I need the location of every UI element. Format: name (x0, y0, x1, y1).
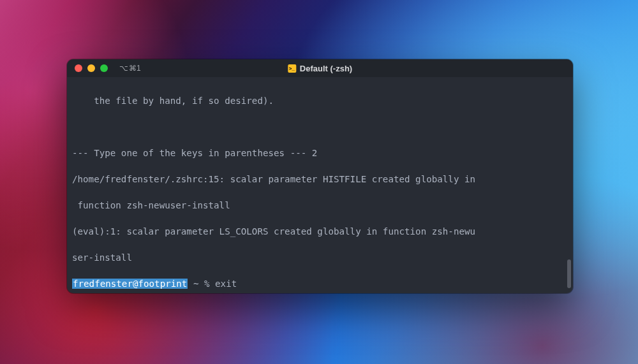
prompt-user-host: fredfenster@footprint (72, 279, 188, 289)
maximize-button[interactable] (100, 64, 108, 72)
terminal-line: fredfenster@footprint ~ % exit (72, 277, 568, 291)
terminal-line: /home/fredfenster/.zshrc:15: scalar para… (72, 173, 568, 186)
terminal-line (72, 120, 568, 134)
window-title: Default (-zsh) (300, 64, 352, 73)
terminal-line: function zsh-newuser-install (72, 199, 568, 212)
terminal-output[interactable]: the file by hand, if so desired). --- Ty… (67, 77, 573, 293)
tab-shortcut-indicator: ⌥⌘1 (119, 64, 141, 73)
window-title-group: >_ Default (-zsh) (288, 64, 352, 73)
terminal-line: --- Type one of the keys in parentheses … (72, 147, 568, 160)
scrollbar-thumb[interactable] (567, 259, 571, 288)
terminal-icon: >_ (288, 64, 296, 73)
window-titlebar[interactable]: ⌥⌘1 >_ Default (-zsh) (67, 59, 573, 77)
traffic-light-group (67, 64, 108, 72)
terminal-line: ser-install (72, 251, 568, 265)
close-button[interactable] (75, 64, 82, 72)
terminal-window: ⌥⌘1 >_ Default (-zsh) the file by hand, … (67, 59, 573, 293)
command-text: ~ % exit (188, 279, 237, 289)
terminal-line: (eval):1: scalar parameter LS_COLORS cre… (72, 225, 568, 238)
terminal-line: the file by hand, if so desired). (72, 94, 568, 108)
minimize-button[interactable] (87, 64, 95, 72)
